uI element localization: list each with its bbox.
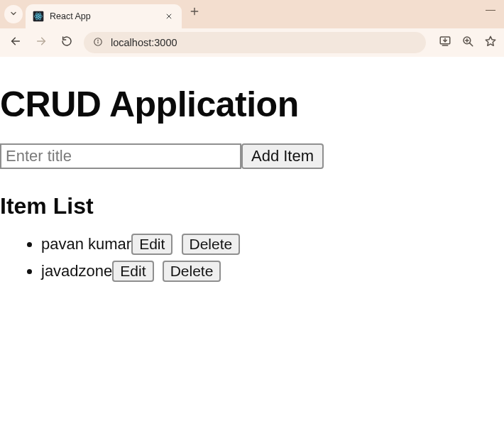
tab-strip: React App — bbox=[0, 0, 504, 28]
chevron-down-icon bbox=[9, 8, 18, 21]
list-item: javadzoneEdit Delete bbox=[41, 259, 504, 283]
title-input[interactable] bbox=[0, 143, 241, 169]
delete-button[interactable]: Delete bbox=[163, 261, 221, 282]
browser-toolbar: localhost:3000 bbox=[0, 28, 504, 57]
add-item-form: Add Item bbox=[0, 143, 504, 169]
install-icon bbox=[439, 35, 451, 50]
page-viewport: CRUD Application Add Item Item List pava… bbox=[0, 84, 504, 431]
browser-tab-active[interactable]: React App bbox=[26, 4, 182, 28]
edit-button[interactable]: Edit bbox=[112, 261, 153, 282]
star-icon bbox=[484, 35, 497, 50]
svg-line-18 bbox=[470, 43, 473, 46]
list-item: pavan kumarEdit Delete bbox=[41, 232, 504, 256]
plus-icon bbox=[190, 6, 199, 19]
window-minimize-button[interactable]: — bbox=[486, 4, 495, 14]
toolbar-actions bbox=[434, 36, 497, 49]
nav-forward-button[interactable] bbox=[33, 34, 50, 51]
item-list: pavan kumarEdit Delete javadzoneEdit Del… bbox=[0, 232, 504, 283]
browser-chrome: React App — bbox=[0, 0, 504, 57]
bookmark-button[interactable] bbox=[484, 36, 497, 49]
app-heading: CRUD Application bbox=[0, 84, 504, 125]
svg-point-1 bbox=[38, 16, 39, 17]
close-icon bbox=[165, 10, 172, 23]
window-controls: — bbox=[486, 0, 504, 14]
tab-close-button[interactable] bbox=[163, 11, 175, 22]
zoom-button[interactable] bbox=[461, 36, 474, 49]
nav-reload-button[interactable] bbox=[58, 34, 75, 51]
site-info-button[interactable] bbox=[92, 37, 104, 48]
minimize-icon: — bbox=[486, 4, 495, 15]
svg-marker-21 bbox=[486, 36, 495, 45]
address-bar[interactable]: localhost:3000 bbox=[84, 32, 426, 53]
add-item-button[interactable]: Add Item bbox=[241, 143, 324, 169]
info-icon bbox=[93, 37, 103, 49]
tab-search-button[interactable] bbox=[4, 5, 23, 23]
arrow-right-icon bbox=[35, 36, 47, 50]
magnifier-icon bbox=[461, 35, 474, 50]
item-list-heading: Item List bbox=[0, 193, 504, 219]
svg-point-13 bbox=[98, 40, 99, 40]
install-app-button[interactable] bbox=[439, 36, 451, 49]
nav-back-button[interactable] bbox=[7, 34, 24, 51]
url-text: localhost:3000 bbox=[111, 37, 417, 48]
reload-icon bbox=[61, 36, 72, 50]
item-title: pavan kumar bbox=[41, 235, 131, 253]
tab-title: React App bbox=[50, 11, 158, 21]
item-title: javadzone bbox=[41, 262, 112, 280]
new-tab-button[interactable] bbox=[185, 3, 204, 23]
delete-button[interactable]: Delete bbox=[182, 234, 241, 255]
react-favicon-icon bbox=[33, 11, 44, 22]
arrow-left-icon bbox=[10, 36, 21, 50]
edit-button[interactable]: Edit bbox=[131, 234, 172, 255]
